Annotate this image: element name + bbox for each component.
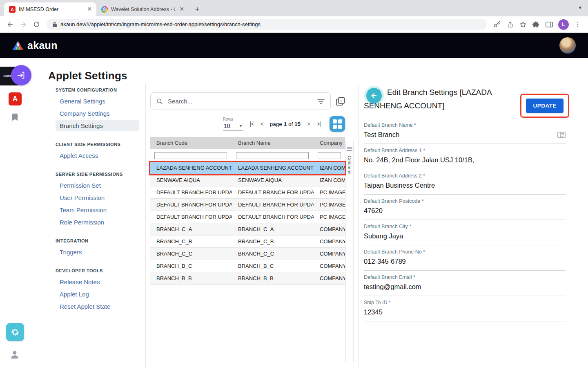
table-row[interactable]: SENWAVE AIQUASENWAVE AIQUAIZAN COM — [150, 174, 345, 186]
table-row[interactable]: DEFAULT BRANCH FOR UPDADEFAULT BRANCH FO… — [150, 211, 345, 223]
nav-item-user-permission[interactable]: User Permission — [56, 192, 139, 203]
field-input[interactable]: No. 24B, 2nd Floor Jalan USJ 10/1B, — [364, 155, 566, 169]
settings-nav: SYSTEM CONFIGURATIONGeneral SettingsComp… — [56, 85, 139, 313]
login-bubble-button[interactable] — [11, 65, 31, 85]
tab-close-icon[interactable]: ✕ — [86, 6, 93, 13]
columns-label: Columns — [347, 156, 352, 175]
cell-branch-name: DEFAULT BRANCH FOR UPDA — [232, 199, 314, 211]
columns-sidebar[interactable]: Columns — [345, 141, 354, 362]
nav-item-team-permission[interactable]: Team Permission — [56, 204, 139, 215]
search-input[interactable] — [167, 97, 313, 105]
browser-profile-avatar[interactable]: L — [558, 19, 569, 30]
akaun-logo[interactable]: akaun — [12, 40, 58, 52]
rows-per-page-select[interactable]: 10 ▼ — [223, 122, 243, 131]
search-row: 2 — [150, 92, 345, 110]
gear-icon — [10, 327, 20, 337]
field-input[interactable]: 12345 — [364, 307, 566, 321]
divider — [359, 84, 359, 368]
reload-icon[interactable] — [30, 18, 42, 31]
table-row[interactable]: BRANCH_C_ABRANCH_C_ACOMPANY — [150, 223, 345, 236]
browser-menu-kebab-icon[interactable]: ⋮ — [572, 18, 584, 31]
nav-section-header: SYSTEM CONFIGURATION — [56, 88, 139, 92]
nav-item-reset-applet-state[interactable]: Reset Applet State — [56, 301, 139, 312]
table-row[interactable]: BRANCH_C_BBRANCH_C_BCOMPANY — [150, 236, 345, 248]
nav-item-permission-set[interactable]: Permission Set — [56, 180, 139, 191]
column-filter-input[interactable] — [154, 152, 227, 159]
form-field-ship-to-id: Ship To ID *12345 — [364, 300, 566, 321]
nav-item-general-settings[interactable]: General Settings — [56, 96, 139, 107]
first-page-button[interactable]: |< — [248, 121, 256, 127]
user-avatar[interactable] — [559, 37, 576, 54]
nav-section-header: SERVER SIDE PERMISSIONS — [56, 172, 139, 177]
arrow-left-icon — [370, 92, 378, 99]
extensions-puzzle-icon[interactable] — [530, 18, 542, 31]
field-label: Ship To ID * — [364, 300, 566, 305]
search-box[interactable] — [150, 92, 331, 110]
cell-branch-name: SENWAVE AIQUA — [232, 174, 314, 186]
book-icon[interactable] — [11, 113, 19, 123]
nav-item-branch-settings[interactable]: Branch Settings — [56, 120, 139, 131]
bookmark-star-icon[interactable] — [517, 18, 529, 31]
drag-handle-icon[interactable] — [347, 147, 352, 152]
contact-card-icon[interactable] — [557, 132, 566, 138]
next-page-button[interactable]: > — [305, 121, 312, 127]
browser-tab-1[interactable]: A IM MSESD Order ✕ — [4, 2, 96, 16]
url-bar[interactable]: akaun.dev/#/applet/tnt/cm/ingram-micro/m… — [47, 19, 487, 30]
field-value: Test Branch — [364, 131, 399, 139]
side-panel-icon[interactable] — [543, 18, 555, 31]
field-input[interactable]: 47620 — [364, 205, 566, 220]
page-title: Applet Settings — [48, 70, 127, 82]
field-input[interactable]: Test Branch — [364, 129, 566, 144]
nav-item-applet-log[interactable]: Applet Log — [56, 289, 139, 300]
table-row[interactable]: BRANCH_B_BBRANCH_B_BCOMPANY — [150, 272, 345, 285]
pagination-status: page 1 of 15 — [270, 121, 301, 127]
column-header-branch-code: Branch Code — [150, 137, 232, 149]
grid-view-button[interactable] — [330, 116, 345, 132]
form-fields: Default Branch Name *Test BranchDefault … — [364, 122, 566, 321]
new-tab-button[interactable]: + — [192, 4, 203, 15]
back-icon[interactable] — [4, 18, 16, 31]
pages-2-icon[interactable]: 2 — [336, 97, 345, 106]
cell-branch-name: BRANCH_C_C — [232, 248, 314, 260]
cell-branch-name: BRANCH_B_B — [232, 272, 314, 284]
back-button[interactable] — [366, 88, 382, 103]
last-page-button[interactable]: >| — [315, 121, 322, 127]
cell-company: PC IMAGE — [314, 186, 345, 198]
table-row[interactable]: BRANCH_B_CBRANCH_B_CCOMPANY — [150, 260, 345, 272]
column-filter-input[interactable] — [236, 152, 309, 159]
table-row[interactable]: BRANCH_C_CBRANCH_C_CCOMPANY — [150, 248, 345, 260]
update-button[interactable]: UPDATE — [526, 99, 564, 113]
cell-company: COMPANY — [314, 236, 345, 247]
browser-tab-2[interactable]: G Wavelet Solution Address - Go ✕ — [96, 2, 189, 16]
settings-gear-button[interactable] — [6, 323, 24, 341]
nav-item-company-settings[interactable]: Company Settings — [56, 108, 139, 119]
cell-branch-code: DEFAULT BRANCH FOR UPDA — [150, 186, 232, 198]
field-input[interactable]: Taipan Business Centre — [364, 180, 566, 195]
share-icon[interactable] — [504, 18, 516, 31]
tab-search-chevron-icon[interactable]: ▾ — [579, 4, 581, 11]
field-input[interactable]: Subang Jaya — [364, 231, 566, 245]
table-row[interactable]: DEFAULT BRANCH FOR UPDADEFAULT BRANCH FO… — [150, 199, 345, 211]
cell-company: COMPANY — [314, 272, 345, 284]
column-filter-input[interactable] — [318, 152, 341, 159]
table-row[interactable]: LAZADA SENHENG ACCOUNTLAZADA SENHENG ACC… — [150, 162, 345, 174]
support-user-icon[interactable] — [9, 349, 20, 361]
tab-close-icon[interactable]: ✕ — [178, 6, 185, 13]
cell-branch-name: BRANCH_C_B — [232, 236, 314, 247]
field-input[interactable]: 012-345-6789 — [364, 256, 566, 271]
field-value: 012-345-6789 — [364, 258, 406, 265]
nav-item-release-notes[interactable]: Release Notes — [56, 276, 139, 287]
filter-icon[interactable] — [317, 99, 325, 104]
cell-branch-name: BRANCH_B_C — [232, 260, 314, 272]
field-input[interactable]: testing@gmail.com — [364, 281, 566, 296]
nav-item-role-permission[interactable]: Role Permission — [56, 217, 139, 228]
nav-item-triggers[interactable]: Triggers — [56, 247, 139, 258]
key-icon[interactable] — [491, 18, 503, 31]
prev-page-button[interactable]: < — [259, 121, 265, 127]
acrobat-icon[interactable]: A — [9, 92, 22, 105]
table-row[interactable]: DEFAULT BRANCH FOR UPDADEFAULT BRANCH FO… — [150, 186, 345, 199]
cell-company: COMPANY — [314, 248, 345, 260]
forward-icon[interactable] — [17, 18, 29, 31]
field-value: Subang Jaya — [364, 232, 403, 240]
nav-item-applet-access[interactable]: Applet Access — [56, 150, 139, 161]
